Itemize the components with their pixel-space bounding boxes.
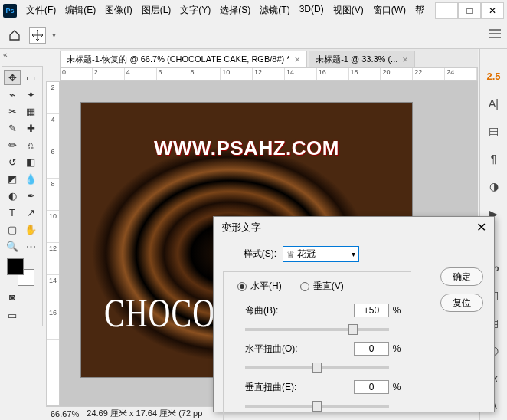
warp-fieldset: 水平(H) 垂直(V) 弯曲(B): +50 % 水平扭曲(O): 0 % (223, 271, 411, 420)
tab-label: 未标题-1-恢复的 @ 66.7% (CHOCOLATE CAKE, RGB/8… (67, 54, 290, 65)
title-bar: Ps 文件(F) 编辑(E) 图像(I) 图层(L) 文字(Y) 选择(S) 滤… (0, 0, 507, 21)
radio-dot-icon (300, 282, 309, 291)
style-label: 样式(S): (223, 248, 283, 261)
vdist-input[interactable]: 0 (354, 380, 389, 394)
move-tool-icon[interactable] (29, 27, 46, 44)
dialog-close-icon[interactable]: ✕ (476, 220, 486, 235)
dialog-titlebar[interactable]: 变形文字 ✕ (214, 217, 494, 238)
maximize-button[interactable]: □ (458, 2, 481, 19)
gradient-tool[interactable]: ◩ (4, 171, 21, 186)
pen-tool[interactable]: ✒ (22, 188, 39, 203)
tab-doc-1[interactable]: 未标题-1-恢复的 @ 66.7% (CHOCOLATE CAKE, RGB/8… (60, 51, 307, 67)
zoom-tool[interactable]: 🔍 (4, 238, 21, 254)
tab-close-icon[interactable]: × (402, 54, 408, 65)
tab-label: 未标题-1 @ 33.3% (... (316, 54, 397, 65)
hamburger-icon[interactable] (489, 29, 501, 41)
ruler-vertical: 246810121416 (46, 81, 60, 406)
screenmode-icon[interactable]: ▭ (4, 307, 21, 323)
toolbox: ✥▭ ⌁✦ ✂▦ ✎✚ ✏⎌ ↺◧ ◩💧 ◐✒ T↗ ▢✋ 🔍⋯ ◙ ▭ (2, 66, 43, 326)
type-tool[interactable]: T (4, 205, 21, 220)
crown-icon: ♕ (286, 249, 295, 260)
pct-label: % (389, 382, 404, 392)
move-tool[interactable]: ✥ (4, 70, 21, 85)
dialog-title: 变形文字 (221, 221, 261, 235)
tab-close-icon[interactable]: × (295, 54, 301, 65)
radio-horizontal[interactable]: 水平(H) (237, 280, 282, 293)
bend-input[interactable]: +50 (354, 304, 389, 317)
menu-select[interactable]: 选择(S) (217, 2, 254, 18)
app-logo: Ps (3, 4, 17, 18)
stamp-tool[interactable]: ⎌ (22, 137, 39, 153)
menu-bar: 文件(F) 编辑(E) 图像(I) 图层(L) 文字(Y) 选择(S) 滤镜(T… (23, 2, 435, 18)
bend-slider[interactable] (245, 328, 389, 331)
vdist-label: 垂直扭曲(E): (230, 381, 299, 394)
document-tabs: 未标题-1-恢复的 @ 66.7% (CHOCOLATE CAKE, RGB/8… (60, 49, 478, 67)
menu-help[interactable]: 帮 (412, 2, 427, 18)
collapse-icon[interactable]: « (3, 51, 8, 59)
frame-tool[interactable]: ▦ (22, 103, 39, 119)
zoom-level[interactable]: 66.67% (51, 409, 79, 418)
menu-edit[interactable]: 编辑(E) (62, 2, 99, 18)
panel-glyphs-icon[interactable]: ◑ (485, 178, 503, 195)
edit-toolbar[interactable]: ⋯ (22, 238, 39, 254)
shape-tool[interactable]: ▢ (4, 221, 21, 237)
menu-filter[interactable]: 滤镜(T) (257, 2, 293, 18)
marquee-tool[interactable]: ▭ (22, 70, 39, 85)
ruler-horizontal: 024681012141618202224 (60, 67, 478, 81)
warp-text-dialog: 变形文字 ✕ 样式(S): ♕ 花冠 水平(H) 垂直(V) (213, 216, 495, 412)
heal-tool[interactable]: ✚ (22, 120, 39, 136)
panel-brush-size[interactable]: 2.5 (485, 67, 503, 84)
path-tool[interactable]: ↗ (22, 205, 39, 220)
menu-file[interactable]: 文件(F) (23, 2, 59, 18)
radio-dot-icon (237, 282, 247, 291)
bend-label: 弯曲(B): (230, 304, 299, 317)
quickmask-icon[interactable]: ◙ (4, 289, 21, 304)
brush-tool[interactable]: ✏ (4, 137, 21, 153)
blur-tool[interactable]: 💧 (22, 171, 39, 186)
pct-label: % (389, 343, 404, 354)
menu-type[interactable]: 文字(Y) (177, 2, 214, 18)
color-swatches[interactable] (7, 258, 38, 286)
panel-character-icon[interactable]: A| (485, 95, 503, 112)
fg-color-swatch[interactable] (7, 258, 24, 275)
canvas-text-url: WWW.PSAHZ.COM (81, 136, 412, 160)
history-brush-tool[interactable]: ↺ (4, 154, 21, 169)
dodge-tool[interactable]: ◐ (4, 188, 21, 203)
menu-image[interactable]: 图像(I) (102, 2, 135, 18)
wand-tool[interactable]: ✦ (22, 87, 39, 102)
panel-paragraph-icon[interactable]: ¶ (485, 150, 503, 167)
hand-tool[interactable]: ✋ (22, 221, 39, 237)
pct-label: % (389, 305, 404, 316)
menu-layer[interactable]: 图层(L) (139, 2, 175, 18)
menu-3d[interactable]: 3D(D) (296, 2, 327, 18)
lasso-tool[interactable]: ⌁ (4, 87, 21, 102)
reset-button[interactable]: 复位 (440, 294, 483, 312)
eraser-tool[interactable]: ◧ (22, 154, 39, 169)
close-button[interactable]: ✕ (481, 2, 504, 19)
hdist-label: 水平扭曲(O): (230, 343, 299, 356)
window-controls: — □ ✕ (435, 2, 504, 19)
radio-vertical[interactable]: 垂直(V) (300, 280, 344, 293)
menu-view[interactable]: 视图(V) (330, 2, 367, 18)
hdist-input[interactable]: 0 (354, 342, 389, 356)
options-bar: ▾ (0, 21, 507, 49)
tab-doc-2[interactable]: 未标题-1 @ 33.3% (... × (309, 51, 415, 67)
minimize-button[interactable]: — (435, 2, 458, 19)
vdist-slider[interactable] (245, 405, 389, 408)
ok-button[interactable]: 确定 (440, 267, 483, 286)
menu-window[interactable]: 窗口(W) (370, 2, 409, 18)
hdist-slider[interactable] (245, 366, 389, 369)
doc-dimensions: 24.69 厘米 x 17.64 厘米 (72 pp (87, 408, 202, 419)
home-icon[interactable] (6, 27, 23, 44)
eyedropper-tool[interactable]: ✎ (4, 120, 21, 136)
style-select[interactable]: ♕ 花冠 (283, 246, 359, 262)
panel-swatches-icon[interactable]: ▤ (485, 123, 503, 139)
style-value: 花冠 (297, 248, 316, 261)
crop-tool[interactable]: ✂ (4, 103, 21, 119)
